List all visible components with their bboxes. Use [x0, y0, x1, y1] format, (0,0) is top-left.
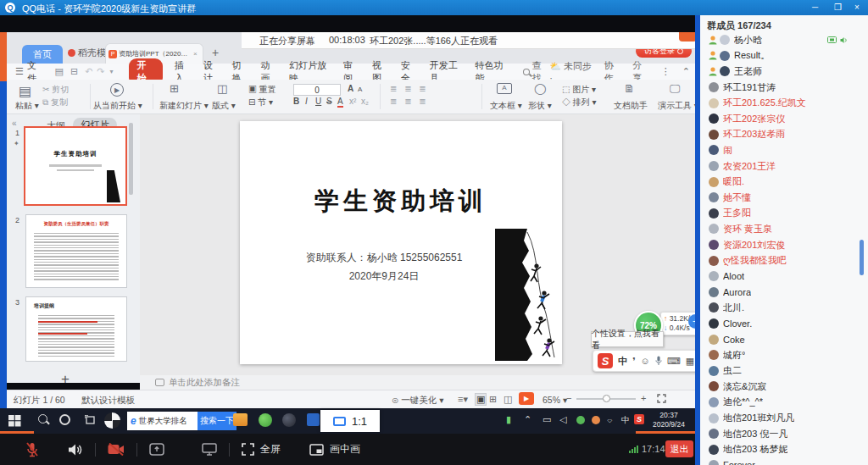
layout-icon[interactable]: ◫ [217, 82, 227, 95]
text-box-icon[interactable]: A [497, 83, 512, 94]
screen-share-icon[interactable] [149, 443, 164, 456]
member-row[interactable]: 杨小晗 [700, 32, 868, 48]
member-row[interactable]: 农资201王洋 [700, 158, 868, 174]
layout-button[interactable]: 版式 ▾ [212, 100, 236, 112]
sogou-ime-toolbar[interactable]: S 中 ❜ ☺ ⌨ ▦ [593, 350, 701, 372]
taskbar-app-dark-icon[interactable] [282, 413, 296, 427]
ime-punctuation-icon[interactable]: ❜ [632, 356, 636, 367]
ime-keyboard-icon[interactable]: ⌨ [667, 356, 681, 367]
member-row[interactable]: 资源201刘宏俊 [700, 237, 868, 253]
arrange-button[interactable]: ◇ 排列 ▾ [562, 97, 597, 108]
taskbar-search-button[interactable]: 搜索一下 [198, 412, 236, 430]
align-icons-row2[interactable]: ≣ ≣ ≣ [390, 97, 429, 106]
doc-assistant-button[interactable]: 文档助手 [614, 100, 648, 112]
present-tools-icon[interactable]: 🖵 [670, 82, 681, 96]
task-view-icon[interactable] [85, 415, 96, 425]
member-row[interactable]: 资环 黄玉泉 [700, 221, 868, 237]
font-size-input[interactable]: 0 [293, 84, 341, 96]
tray-volume-icon[interactable]: ◁ [559, 414, 566, 425]
member-row[interactable]: 地信203 倪一凡 [700, 426, 868, 442]
cortana-icon[interactable] [59, 414, 70, 425]
picture-button[interactable]: ⬚ 图片 ▾ [562, 84, 596, 96]
reset-button[interactable]: ▣ 重置 [248, 84, 276, 96]
members-scrollbar[interactable] [860, 240, 864, 275]
tray-green-app-icon[interactable] [576, 416, 585, 424]
tray-hidden-icons-chevron[interactable]: ⌃ [524, 414, 531, 425]
ime-mode-chinese[interactable]: 中 [618, 355, 627, 368]
zoom-in-icon[interactable]: + [641, 393, 646, 403]
font-color-button[interactable]: A [337, 97, 343, 108]
close-button[interactable]: × [854, 3, 860, 12]
member-row[interactable]: 环工203赵孝雨 [700, 127, 868, 143]
new-slide-button[interactable]: 新建幻灯片 ▾ [159, 100, 209, 112]
paste-icon[interactable]: ▤ [19, 83, 31, 99]
member-row[interactable]: Aurora [700, 285, 868, 301]
minimize-button[interactable]: ─ [812, 3, 818, 12]
underline-button[interactable]: U [315, 97, 321, 106]
zoom-level[interactable]: 65% ▾ [542, 395, 567, 405]
member-row[interactable]: 王多阳 [700, 206, 868, 222]
fullscreen-label[interactable]: 全屏 [260, 442, 281, 457]
notes-toggle-icon[interactable]: ≡▾ [458, 394, 468, 405]
camera-muted-icon[interactable] [108, 443, 125, 456]
pip-label[interactable]: 画中画 [330, 442, 360, 457]
strikethrough-button[interactable]: S [326, 97, 332, 106]
add-slide-button[interactable]: + [61, 371, 70, 388]
taskbar-app-folder-icon[interactable] [233, 413, 248, 426]
print-icon[interactable]: ⊟ [70, 66, 78, 77]
play-from-current-button[interactable]: 从当前开始 ▾ [93, 100, 142, 112]
tray-ime-mode[interactable]: 中 [621, 414, 630, 426]
fullscreen-icon[interactable] [242, 443, 254, 456]
ime-mic-icon[interactable] [655, 356, 662, 366]
member-row[interactable]: 北川. [700, 300, 868, 316]
member-row[interactable]: 地信203 杨梦妮 [700, 441, 868, 457]
zoom-slider-knob[interactable] [603, 395, 610, 402]
fit-window-icon[interactable] [657, 394, 666, 403]
mic-muted-icon[interactable] [25, 442, 39, 457]
sharing-bar-handle[interactable] [679, 32, 697, 42]
bold-button[interactable]: B [293, 97, 299, 106]
ime-emoji-icon[interactable]: ☺ [641, 356, 650, 366]
current-slide[interactable]: 学生资助培训 资助联系人：杨小晗 15255062551 2020年9月24日 [240, 121, 562, 364]
taskbar-search-box[interactable]: e 世界大学排名 [127, 412, 198, 430]
taskbar-app-green-icon[interactable] [259, 413, 272, 427]
member-row[interactable]: 王老师 [700, 64, 868, 80]
member-row[interactable]: 环工202张宗仪 [700, 111, 868, 127]
tray-sogou-icon[interactable]: S [634, 414, 644, 424]
toolbar-dropdown-icon[interactable]: ▾ [110, 68, 114, 75]
member-row[interactable]: 她不懂 [700, 190, 868, 206]
member-row[interactable]: Result。 [700, 48, 868, 64]
member-row[interactable]: 暖阳. [700, 174, 868, 190]
tab-close-icon[interactable]: × [193, 50, 198, 58]
member-row[interactable]: 地信201班刘凡凡 [700, 410, 868, 426]
member-row[interactable]: 环工191甘涛 [700, 80, 868, 96]
sogou-logo-icon[interactable]: S [598, 353, 613, 368]
member-row[interactable]: ღ怪我都怪我吧 [700, 252, 868, 268]
exit-call-button[interactable]: 退出 [665, 440, 693, 457]
slideshow-play-button[interactable]: ▶ [519, 392, 534, 405]
undo-icon[interactable]: ↶ [85, 66, 92, 77]
member-row[interactable]: 虫二 [700, 363, 868, 379]
slide-thumbnail-3[interactable]: 培训提纲 [25, 296, 127, 362]
member-row[interactable]: Coke [700, 331, 868, 347]
start-button[interactable] [8, 415, 21, 427]
member-row[interactable]: 环工201.625.纪凯文 [700, 95, 868, 111]
member-row[interactable]: Forever [700, 457, 868, 465]
beautify-button[interactable]: ⊙ 一键美化 ▾ [392, 395, 443, 407]
doc-assistant-icon[interactable]: 🗎 [624, 82, 635, 95]
slide-sorter-icon[interactable]: ⊞ [489, 394, 497, 405]
whiteboard-icon[interactable] [202, 443, 217, 456]
tray-orange-app-icon[interactable] [592, 416, 600, 424]
pip-icon[interactable] [309, 444, 324, 456]
taskbar-app-wps-icon[interactable] [307, 413, 320, 426]
tray-usb-icon[interactable]: ▮ [506, 414, 511, 425]
copy-button[interactable]: ⧉ 复制 [42, 97, 68, 108]
member-row[interactable]: 迪伦*^_^* [700, 395, 868, 411]
panel-scrollbar[interactable] [129, 123, 133, 195]
section-button[interactable]: ⊟ 节 ▾ [248, 97, 273, 108]
member-row[interactable]: 淡忘&沉寂 [700, 379, 868, 395]
slide-thumbnail-1[interactable]: 学生资助培训 [24, 126, 127, 206]
restore-button[interactable]: ❐ [834, 3, 842, 12]
reading-view-icon[interactable]: ◫ [504, 394, 512, 405]
cut-button[interactable]: ✂ 剪切 [42, 84, 69, 96]
